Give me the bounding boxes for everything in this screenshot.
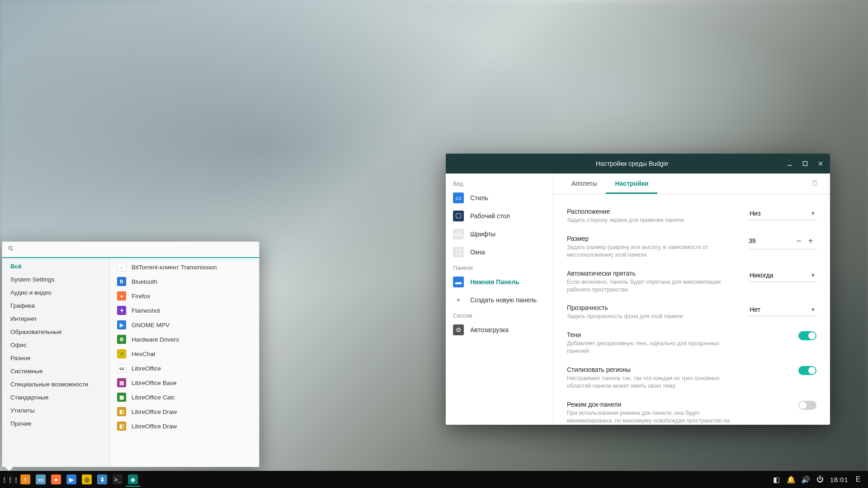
shadows-toggle[interactable] [798,331,816,340]
category-item[interactable]: Офис [2,338,109,352]
workspace-icon[interactable]: ◧ [772,475,781,484]
sidebar-item-label: Нижняя Панель [470,278,519,286]
dockmode-toggle[interactable] [798,401,816,410]
firefox-icon[interactable]: ● [49,472,63,487]
terminal-icon[interactable]: >_ [110,472,125,487]
category-item[interactable]: Утилиты [2,404,109,417]
sidebar-item[interactable]: ▭ Стиль [446,189,553,207]
notify-icon[interactable]: ! [18,472,33,487]
sidebar-item[interactable]: aA Шрифты [446,225,553,243]
budgie-settings-icon[interactable]: ◆ [126,472,140,487]
app-icon: ▶ [117,320,126,329]
sidebar-item-icon: ▬ [453,277,464,287]
autohide-title: Автоматически прятать [567,270,740,277]
app-label: LibreOffice Draw [132,408,177,415]
sidebar-group-header: Вид [446,177,553,189]
position-select[interactable]: Низ ▼ [749,208,816,220]
app-item[interactable]: B Bluetooth [110,274,259,289]
app-menu-categories: ВсёSystem SettingsАудио и видеоГрафикаИн… [2,258,110,467]
maximize-button[interactable] [801,160,809,168]
transparency-select[interactable]: Нет ▼ [749,304,816,316]
category-item[interactable]: Образовательные [2,325,109,338]
category-item[interactable]: Графика [2,299,109,312]
app-item[interactable]: ▤ LibreOffice Base [110,375,259,390]
dockmode-description: При использовании режима док-панели, она… [567,409,740,425]
chevron-down-icon: ▼ [811,272,816,278]
delete-panel-button[interactable] [808,179,821,188]
app-item[interactable]: ▶ GNOME MPV [110,318,259,332]
sidebar-item-icon: 🖵 [453,211,464,221]
sidebar-item-label: Окна [470,249,485,256]
close-button[interactable] [816,160,825,168]
power-icon[interactable]: ⏻ [816,475,825,484]
software-icon[interactable]: ⬇ [95,472,109,487]
category-item[interactable]: Разное [2,352,109,365]
category-item[interactable]: Стандартные [2,391,109,404]
sidebar-item-label: Автозагрузка [470,326,509,333]
app-icon: ✱ [117,349,126,358]
app-label: Hardware Drivers [132,336,179,343]
size-description: Задать размер (ширину или высоту, в зави… [567,244,740,259]
sidebar-item-label: Стиль [470,194,488,202]
sidebar-item-icon: ⚙ [453,324,464,335]
transparency-description: Задать прозрачность фона для этой панели [567,313,740,320]
app-label: LibreOffice Base [132,380,177,386]
app-item[interactable]: ▦ LibreOffice Calc [110,390,259,404]
session-indicator[interactable]: E [854,475,863,484]
sidebar-group-header: Панели [446,261,553,273]
app-label: GNOME MPV [132,322,170,328]
minimize-button[interactable] [786,160,794,168]
sidebar-item-label: Создать новую панель [470,296,537,304]
app-item[interactable]: ✦ Flameshot [110,303,259,318]
notification-bell-icon[interactable]: 🔔 [787,475,796,484]
app-item[interactable]: ✱ HexChat [110,347,259,361]
transparency-value: Нет [750,306,760,313]
category-item[interactable]: System Settings [2,273,109,286]
app-item[interactable]: ◧ LibreOffice Draw [110,419,259,433]
sidebar-item[interactable]: ▬ Нижняя Панель [446,273,553,291]
rhythmbox-icon[interactable]: ◎ [80,472,94,487]
clock[interactable]: 18:01 [830,476,848,483]
window-titlebar[interactable]: Настройки среды Budgie [446,154,830,174]
app-icon: ⚙ [117,335,126,344]
category-item[interactable]: Специальные возможности [2,378,109,391]
tab-Настройки[interactable]: Настройки [606,174,657,194]
apps-icon[interactable]: ⋮⋮⋮ [3,472,17,487]
setting-row-autohide: Автоматически прятать Если включено, пан… [567,264,816,299]
app-icon: B [117,277,126,286]
size-decrement[interactable]: − [793,236,805,246]
app-label: LibreOffice Draw [132,423,177,430]
app-item[interactable]: ↓ BitTorrent-клиент Transmission [110,260,259,274]
tab-Апплеты[interactable]: Апплеты [562,174,606,194]
files-icon[interactable]: ▭ [33,472,48,487]
app-item[interactable]: ◧ LibreOffice Draw [110,404,259,419]
svg-rect-3 [803,162,807,166]
app-item[interactable]: ● Firefox [110,289,259,303]
sidebar-item[interactable]: 🖵 Рабочий стол [446,207,553,225]
category-item[interactable]: Всё [2,260,109,273]
sidebar-item[interactable]: ⚙ Автозагрузка [446,321,553,339]
category-item[interactable]: Прочие [2,417,109,430]
category-item[interactable]: Аудио и видео [2,286,109,299]
app-label: Firefox [132,293,150,300]
category-item[interactable]: Системные [2,365,109,378]
autohide-select[interactable]: Никогда ▼ [749,270,816,282]
app-menu-search-input[interactable] [18,246,254,253]
autohide-description: Если включено, панель будет спрятана для… [567,278,740,294]
app-icon: ● [117,291,126,300]
size-increment[interactable]: + [805,236,816,246]
category-item[interactable]: Интернет [2,312,109,325]
sidebar-item[interactable]: ＋ Создать новую панель [446,291,553,309]
svg-line-1 [11,249,13,250]
shadows-description: Добавляет декоративную тень, идеально дл… [567,340,740,355]
gnomempv-icon[interactable]: ▶ [64,472,79,487]
sidebar-item[interactable]: ❐ Окна [446,243,553,261]
volume-icon[interactable]: 🔊 [801,475,810,484]
sidebar-item-icon: ▭ [453,192,464,203]
app-label: HexChat [132,351,156,357]
window-title: Настройки среды Budgie [478,160,786,167]
app-item[interactable]: ▭ LibreOffice [110,361,259,375]
app-label: Bluetooth [132,278,157,285]
app-item[interactable]: ⚙ Hardware Drivers [110,332,259,347]
styleregions-toggle[interactable] [798,366,816,375]
